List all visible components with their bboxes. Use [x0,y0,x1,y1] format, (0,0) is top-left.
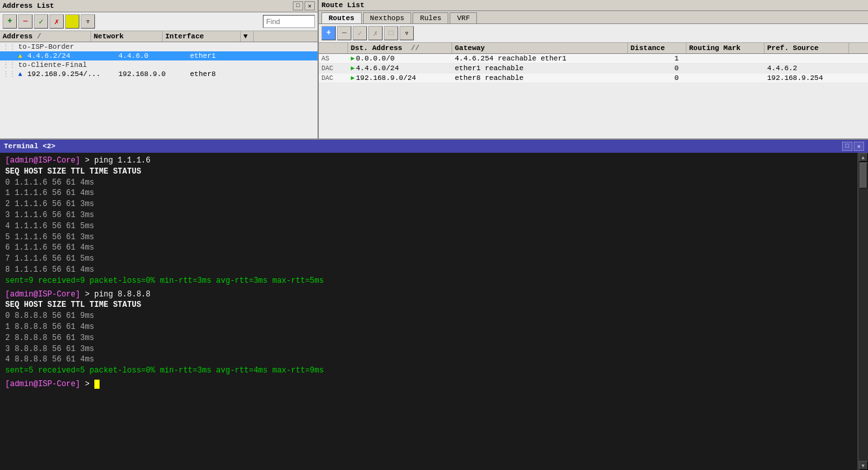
ping1-prompt-user: [admin@ISP-Core] [5,156,80,165]
ping1-row-3: 3 1.1.1.6 56 61 3ms [5,210,852,221]
rth-gw: Gateway [452,43,628,53]
route-arrow-3: ► [351,75,355,82]
route-flags-1: AS [319,55,348,62]
route-dst-3: ► 192.168.9.0/24 [348,74,452,82]
address-list-header: Address Network Interface ▼ [0,31,318,42]
route-rows: AS ► 0.0.0.0/0 4.4.6.254 reachable ether… [319,54,868,138]
ping1-header-text: SEQ HOST SIZE TTL TIME STATUS [5,167,141,176]
minimize-button[interactable]: □ [293,1,303,10]
address-list-toolbar: + − ✓ ✗ ▿ [0,12,318,31]
scroll-thumb[interactable] [860,163,867,189]
address-list-title: Address List [3,2,54,10]
iface-cell-2: ether8 [187,70,265,78]
route-dist-3: 0 [628,74,686,82]
terminal-close-button[interactable]: ✕ [854,142,864,151]
route-uncheck-button[interactable]: ✗ [368,26,383,40]
find-input[interactable] [263,15,315,28]
drag-icon-2: ⋮⋮ [3,70,16,78]
address-icon-2: ▲ [18,71,22,78]
route-filter-button[interactable]: ▿ [400,26,414,40]
header-interface: Interface [163,31,241,42]
route-dist-2: 0 [628,64,686,72]
route-check-button[interactable]: ✓ [353,26,367,40]
terminal-cursor [94,380,100,389]
ping1-row-2: 2 1.1.1.6 56 61 3ms [5,199,852,210]
route-gw-1: 4.4.6.254 reachable ether1 [452,55,628,62]
close-button[interactable]: ✕ [305,1,315,10]
final-prompt-arrow: > [80,380,94,389]
route-toolbar: + − ✓ ✗ □ ▿ [319,24,868,43]
scroll-down-button[interactable]: ▼ [859,461,868,470]
route-copy-button[interactable]: □ [384,26,398,40]
rth-flags [319,43,348,53]
rth-dist: Distance [628,43,686,53]
ping2-row-1: 1 8.8.8.8 56 61 4ms [5,322,852,333]
ping1-row-0: 0 1.1.1.6 56 61 4ms [5,177,852,189]
ping2-header-text: SEQ HOST SIZE TTL TIME STATUS [5,300,141,309]
terminal-section: Terminal <2> □ ✕ [admin@ISP-Core] > ping… [0,140,868,470]
route-flags-3: DAC [319,75,348,82]
ping1-row-8: 8 1.1.1.6 56 61 4ms [5,265,852,276]
route-flags-2: DAC [319,65,348,72]
route-dst-1: ► 0.0.0.0/0 [348,55,452,62]
ping2-prompt-user: [admin@ISP-Core] [5,290,80,299]
terminal-panel: Terminal <2> □ ✕ [admin@ISP-Core] > ping… [0,140,868,470]
route-gw-3: ether8 reachable [452,74,628,82]
rth-ps: Pref. Source [765,43,849,53]
route-gw-2: ether1 reachable [452,64,628,72]
ping1-row-1: 1 1.1.1.6 56 61 4ms [5,188,852,199]
check-button[interactable]: ✓ [34,14,48,29]
terminal-title: Terminal <2> [4,142,55,150]
ping2-row-4: 4 8.8.8.8 56 61 4ms [5,354,852,365]
ping1-row-4: 4 1.1.1.6 56 61 5ms [5,221,852,232]
addr-cell-2: 192.168.9.254/... [25,70,116,78]
route-remove-button[interactable]: − [337,26,351,40]
rth-dst: Dst. Address / [348,43,452,53]
route-dst-2: ► 4.4.6.0/24 [348,64,452,72]
ping1-command: [admin@ISP-Core] > ping 1.1.1.6 [5,155,852,166]
route-row-2[interactable]: DAC ► 4.4.6.0/24 ether1 reachable 0 4.4.… [319,64,868,73]
header-dropdown[interactable]: ▼ [241,31,254,42]
tab-routes[interactable]: Routes [321,12,362,23]
terminal-maximize-button[interactable]: □ [842,142,852,151]
ping2-command: [admin@ISP-Core] > ping 8.8.8.8 [5,289,852,300]
address-row-2[interactable]: ⋮⋮ ▲ 192.168.9.254/... 192.168.9.0 ether… [0,70,318,79]
remove-button[interactable]: − [18,14,33,29]
tab-vrf[interactable]: VRF [450,12,477,23]
route-arrow-1: ► [351,55,355,62]
route-ps-3: 192.168.9.254 [765,74,849,82]
group-isp-border[interactable]: ⋮⋮ to-ISP-Border [0,42,318,51]
group-cliente-final[interactable]: ⋮⋮ to-Cliente-Final [0,60,318,70]
rth-rm: Routing Mark [686,43,765,53]
route-body: Dst. Address / Gateway Distance Routing … [319,43,868,138]
group-icon: ⋮⋮ [3,43,16,51]
comment-button[interactable] [65,14,79,29]
route-arrow-2: ► [351,65,355,72]
route-tabs: Routes Nexthops Rules VRF [319,11,868,24]
route-add-button[interactable]: + [321,26,336,40]
ping2-prompt-arrow: > [80,290,94,299]
terminal-body[interactable]: [admin@ISP-Core] > ping 1.1.1.6 SEQ HOST… [0,153,858,470]
tab-rules[interactable]: Rules [413,12,448,23]
route-dist-1: 1 [628,55,686,62]
tab-nexthops[interactable]: Nexthops [363,12,412,23]
net-cell-1: 4.4.6.0 [116,52,187,60]
uncheck-button[interactable]: ✗ [49,14,64,29]
terminal-scrollbar[interactable]: ▲ ▼ [858,153,868,470]
route-list-panel: Route List Routes Nexthops Rules VRF + −… [319,0,868,138]
terminal-titlebar: Terminal <2> □ ✕ [0,140,868,153]
ping2-row-3: 3 8.8.8.8 56 61 3ms [5,344,852,355]
scroll-up-button[interactable]: ▲ [859,153,868,162]
add-button[interactable]: + [3,14,17,29]
group-label: to-ISP-Border [18,43,74,51]
ping1-header: SEQ HOST SIZE TTL TIME STATUS [5,166,852,177]
ping2-row-2: 2 8.8.8.8 56 61 3ms [5,333,852,344]
final-prompt-user: [admin@ISP-Core] [5,380,80,389]
address-row-1[interactable]: ⋮⋮ ▲ 4.4.6.2/24 4.4.6.0 ether1 [0,51,318,60]
filter-button[interactable]: ▿ [81,14,95,29]
group-icon-2: ⋮⋮ [3,61,16,69]
iface-cell-1: ether1 [187,52,265,60]
scroll-track [859,162,868,461]
route-row-1[interactable]: AS ► 0.0.0.0/0 4.4.6.254 reachable ether… [319,54,868,64]
route-row-3[interactable]: DAC ► 192.168.9.0/24 ether8 reachable 0 … [319,73,868,83]
